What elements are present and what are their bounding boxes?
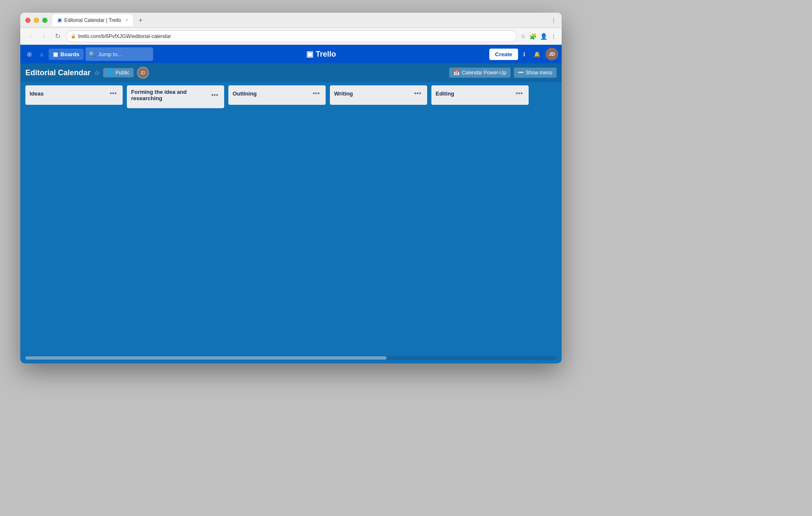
list-writing-cards [330,101,427,105]
refresh-button[interactable]: ↻ [52,31,63,41]
calendar-powerup-label: Calendar Power-Up [462,70,506,76]
list-forming-header: Forming the idea and researching ••• [127,85,224,105]
home-button[interactable]: ⌂ [37,49,47,60]
trello-logo-icon: ▣ [306,49,313,59]
boards-button[interactable]: ▣ Boards [49,49,84,60]
maximize-window-button[interactable] [42,18,47,23]
show-menu-button[interactable]: ••• Show menu [514,68,557,78]
jump-to-placeholder-text: Jump to... [98,51,122,57]
board-title: Editorial Calendar [25,68,91,77]
horizontal-scrollbar[interactable] [25,356,557,360]
list-ideas: Ideas ••• [25,85,123,105]
browser-menu-button[interactable]: ⋮ [551,33,557,40]
trello-logo-center: ▣ Trello [155,49,488,59]
list-forming-menu-button[interactable]: ••• [209,90,220,100]
trello-wordmark-text: Trello [316,50,336,59]
list-editing-menu-button[interactable]: ••• [514,89,524,98]
list-editing-title: Editing [436,90,454,97]
list-ideas-cards [25,101,123,105]
jump-to-input[interactable]: 🔍 Jump to... [85,47,153,61]
mac-window: ▣ Editorial Calendar | Trello × + ⋮ ‹ › … [20,13,562,363]
boards-icon: ▣ [53,51,58,57]
title-bar: ▣ Editorial Calendar | Trello × + ⋮ [20,13,562,28]
minimize-window-button[interactable] [34,18,39,23]
forward-button[interactable]: › [39,31,49,41]
list-forming-cards [127,105,224,108]
list-editing-header: Editing ••• [431,85,529,101]
active-tab[interactable]: ▣ Editorial Calendar | Trello × [52,14,133,26]
list-ideas-menu-button[interactable]: ••• [108,89,118,98]
trello-wordmark: ▣ Trello [306,49,336,59]
list-outlining-menu-button[interactable]: ••• [311,89,321,98]
profile-icon[interactable]: 👤 [540,33,547,40]
list-outlining-title: Outlining [233,90,257,97]
list-outlining-cards [228,101,326,105]
list-writing-header: Writing ••• [330,85,427,101]
ellipsis-icon: ••• [518,70,524,76]
tab-bar: ▣ Editorial Calendar | Trello × + [52,14,551,26]
tab-trello-icon: ▣ [58,17,62,23]
info-icon: ℹ [523,51,525,57]
tab-title-text: Editorial Calendar | Trello [64,17,121,23]
list-ideas-header: Ideas ••• [25,85,123,101]
grid-menu-button[interactable]: ⊞ [24,49,35,60]
list-ideas-title: Ideas [30,90,44,97]
extensions-icon[interactable]: 🧩 [529,33,537,40]
calendar-powerup-button[interactable]: 📅 Calendar Power-Up [449,68,510,78]
nav-right: Create ℹ 🔔 JD [489,48,558,60]
globe-icon: 🌐 [107,70,114,76]
grid-icon: ⊞ [27,51,32,57]
info-button[interactable]: ℹ [520,49,529,60]
list-outlining: Outlining ••• [228,85,326,105]
boards-label: Boards [60,51,80,57]
address-bar: ‹ › ↻ 🔒 trello.com/b/6PvfXJGW/editorial-… [20,28,562,45]
list-writing: Writing ••• [330,85,427,105]
show-menu-label: Show menu [526,70,552,76]
close-window-button[interactable] [25,18,30,23]
new-tab-button[interactable]: + [134,14,146,26]
board-visibility-button[interactable]: 🌐 Public [103,68,134,77]
board-header-right: 📅 Calendar Power-Up ••• Show menu [449,68,557,78]
bell-button[interactable]: 🔔 [530,49,544,60]
address-bar-actions: ☆ 🧩 👤 ⋮ [521,33,557,40]
list-editing: Editing ••• [431,85,529,105]
list-forming: Forming the idea and researching ••• [127,85,224,108]
window-more-button[interactable]: ⋮ [551,17,557,24]
board-member-avatar[interactable]: JD [137,67,149,79]
trello-navbar: ⊞ ⌂ ▣ Boards 🔍 Jump to... ▣ Trello Creat… [20,45,562,63]
lock-icon: 🔒 [71,34,76,38]
calendar-icon: 📅 [453,70,460,76]
board-visibility-label: Public [115,70,129,76]
list-editing-cards [431,101,529,105]
home-icon: ⌂ [40,51,44,57]
board-header: Editorial Calendar ☆ 🌐 Public JD 📅 Calen… [20,63,562,82]
board-container: Editorial Calendar ☆ 🌐 Public JD 📅 Calen… [20,63,562,363]
traffic-lights [25,18,47,23]
list-writing-title: Writing [334,90,353,97]
list-forming-title: Forming the idea and researching [131,89,209,101]
scrollbar-thumb [25,356,387,360]
create-button[interactable]: Create [489,49,518,60]
url-bar[interactable]: 🔒 trello.com/b/6PvfXJGW/editorial-calend… [66,30,517,42]
board-star-button[interactable]: ☆ [94,69,100,77]
bell-icon: 🔔 [534,51,540,57]
bookmark-icon[interactable]: ☆ [521,33,526,40]
user-avatar[interactable]: JD [546,48,558,60]
search-icon: 🔍 [89,51,96,57]
list-outlining-header: Outlining ••• [228,85,326,101]
tab-close-button[interactable]: × [126,18,128,22]
lists-area: Ideas ••• Forming the idea and researchi… [20,82,562,356]
back-button[interactable]: ‹ [25,31,36,41]
url-text: trello.com/b/6PvfXJGW/editorial-calendar [78,33,171,39]
list-writing-menu-button[interactable]: ••• [412,89,423,98]
